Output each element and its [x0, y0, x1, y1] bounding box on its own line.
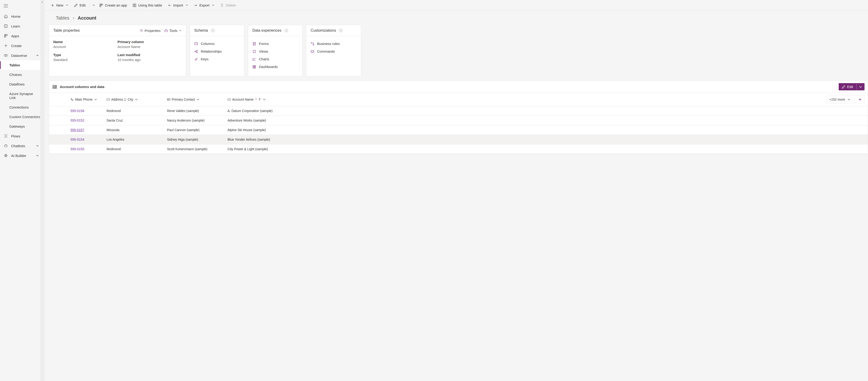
row-checkbox[interactable]: [49, 106, 68, 116]
link-commands[interactable]: Commands: [311, 48, 356, 55]
more-columns-header: +152 more: [285, 93, 868, 106]
separator: [89, 3, 90, 7]
link-business-rules[interactable]: Business rules: [311, 40, 356, 48]
hamburger-button[interactable]: [0, 0, 44, 11]
edit-data-button[interactable]: Edit: [839, 83, 865, 90]
info-icon[interactable]: i: [339, 29, 342, 32]
sidebar-item-home[interactable]: Home: [0, 11, 44, 21]
sidebar-item-choices[interactable]: Choices: [0, 70, 44, 80]
column-header-city[interactable]: Address 1: City: [104, 93, 164, 106]
link-dashboards[interactable]: Dashboards: [252, 63, 298, 70]
link-views[interactable]: Views: [252, 48, 298, 55]
prop-type-value: Standard: [53, 58, 118, 62]
sidebar-item-gateways[interactable]: Gateways: [0, 122, 44, 131]
trash-icon: [220, 3, 224, 7]
sidebar-item-dataverse[interactable]: Dataverse: [0, 51, 44, 60]
breadcrumb-root[interactable]: Tables: [56, 16, 69, 21]
columns-icon: [194, 42, 198, 46]
link-keys[interactable]: Keys: [194, 55, 240, 63]
svg-rect-10: [100, 6, 101, 7]
table-row[interactable]: 555-0154Los AngelesSidney Higa (sample)B…: [49, 135, 868, 144]
aibuilder-icon: [4, 153, 8, 158]
more-columns-button[interactable]: +152 more: [826, 96, 865, 103]
svg-rect-20: [253, 50, 255, 53]
row-checkbox[interactable]: [49, 135, 68, 144]
column-header-name[interactable]: Account Name *: [225, 93, 285, 106]
row-checkbox[interactable]: [49, 144, 68, 154]
sidebar-item-tables[interactable]: Tables: [0, 60, 44, 70]
dataverse-icon: [4, 53, 8, 58]
sidebar-item-dataflows[interactable]: Dataflows: [0, 80, 44, 89]
create-app-button[interactable]: Create an app: [97, 2, 129, 9]
prop-primarycol-value: Account Name: [118, 45, 182, 49]
cell-name[interactable]: Blue Yonder Airlines (sample): [225, 135, 285, 144]
sidebar-item-chatbots[interactable]: Chatbots: [0, 141, 44, 151]
new-button[interactable]: New: [49, 2, 71, 9]
table-row[interactable]: 555-0157MissoulaPaul Cannon (sample)Alpi…: [49, 125, 868, 135]
plus-icon: [4, 43, 8, 48]
link-forms[interactable]: Forms: [252, 40, 298, 48]
button-label: Export: [199, 3, 209, 7]
sidebar-item-synapse[interactable]: Azure Synapse Link: [0, 89, 44, 102]
chevron-down-icon: [36, 144, 39, 148]
cell-city[interactable]: Missoula: [104, 125, 164, 135]
sidebar-item-apps[interactable]: Apps: [0, 31, 44, 41]
import-button[interactable]: Import: [165, 2, 191, 9]
table-row[interactable]: 555-0155RedmondScott Konersmann (sample)…: [49, 144, 868, 154]
tools-button[interactable]: Tools: [164, 29, 182, 33]
sidebar-item-customconnectors[interactable]: Custom Connectors: [0, 112, 44, 122]
cell-phone[interactable]: 555-0157: [70, 128, 84, 132]
sidebar-item-learn[interactable]: Learn: [0, 21, 44, 31]
column-header-phone[interactable]: Main Phone: [68, 93, 104, 106]
cell-phone[interactable]: 555-0154: [70, 138, 84, 141]
cell-city[interactable]: Redmond: [104, 106, 164, 116]
chevron-down-icon: [94, 98, 97, 101]
info-icon[interactable]: i: [211, 29, 215, 32]
business-rules-icon: [311, 42, 314, 46]
link-relationships[interactable]: Relationships: [194, 48, 240, 55]
row-checkbox[interactable]: [49, 125, 68, 135]
sidebar-item-aibuilder[interactable]: AI Builder: [0, 151, 44, 160]
cell-name[interactable]: City Power & Light (sample): [225, 144, 285, 154]
edit-button[interactable]: Edit: [72, 2, 88, 9]
cell-contact[interactable]: Scott Konersmann (sample): [164, 144, 225, 154]
cell-city[interactable]: Los Angeles: [104, 135, 164, 144]
cell-name[interactable]: Adventure Works (sample): [225, 116, 285, 125]
info-icon[interactable]: i: [285, 29, 288, 32]
button-label: Import: [173, 3, 183, 7]
sidebar-item-create[interactable]: Create: [0, 41, 44, 51]
link-columns[interactable]: Columns: [194, 40, 240, 48]
row-checkbox[interactable]: [49, 116, 68, 125]
cell-contact[interactable]: Sidney Higa (sample): [164, 135, 225, 144]
select-all-column[interactable]: [49, 93, 68, 106]
cell-phone[interactable]: 555-0155: [70, 147, 84, 151]
data-grid: Main Phone Address 1: City Primary Conta…: [49, 93, 868, 154]
chevron-down-icon: [179, 29, 182, 33]
cell-contact[interactable]: Nancy Anderson (sample): [164, 116, 225, 125]
edit-split-button[interactable]: [856, 84, 865, 90]
scroll-up-icon: ▴: [41, 0, 43, 3]
edit-split-button[interactable]: [91, 2, 96, 9]
chevron-down-icon: [92, 3, 95, 7]
link-charts[interactable]: Charts: [252, 55, 298, 63]
sidebar-item-flows[interactable]: Flows: [0, 131, 44, 141]
cell-phone[interactable]: 555-0158: [70, 109, 84, 113]
cell-city[interactable]: Santa Cruz: [104, 116, 164, 125]
sidebar-scrollbar[interactable]: ▴: [40, 0, 44, 381]
button-label: Using this table: [138, 3, 162, 7]
export-button[interactable]: Export: [191, 2, 217, 9]
sidebar-item-connections[interactable]: Connections: [0, 102, 44, 112]
cell-city[interactable]: Redmond: [104, 144, 164, 154]
table-row[interactable]: 555-0158RedmondRene Valdes (sample)A. Da…: [49, 106, 868, 116]
properties-button[interactable]: Properties: [140, 29, 160, 33]
cell-phone[interactable]: 555-0152: [70, 119, 84, 122]
breadcrumb-current: Account: [78, 16, 96, 21]
table-row[interactable]: 555-0152Santa CruzNancy Anderson (sample…: [49, 116, 868, 125]
using-table-button[interactable]: Using this table: [130, 2, 164, 9]
cell-name[interactable]: A. Datum Corporation (sample): [225, 106, 285, 116]
cell-contact[interactable]: Rene Valdes (sample): [164, 106, 225, 116]
cell-contact[interactable]: Paul Cannon (sample): [164, 125, 225, 135]
cell-name[interactable]: Alpine Ski House (sample): [225, 125, 285, 135]
column-header-contact[interactable]: Primary Contact: [164, 93, 225, 106]
plus-icon: [858, 97, 862, 101]
